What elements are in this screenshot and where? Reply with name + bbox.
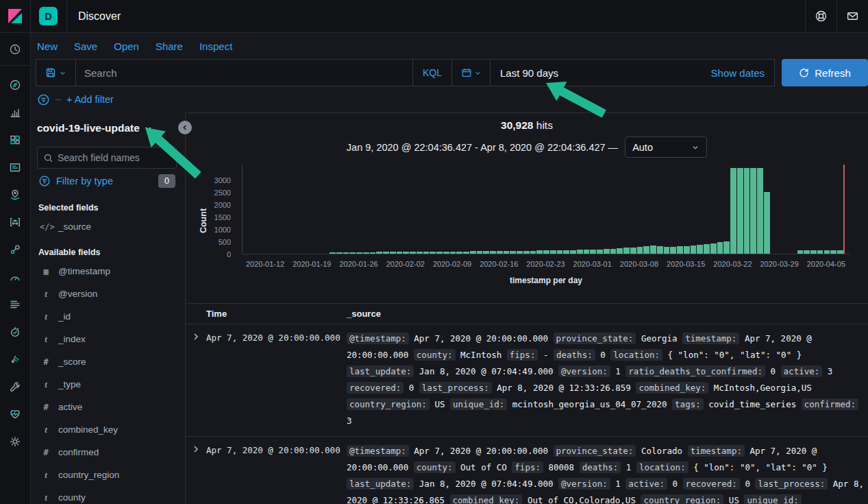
histogram-bar[interactable] (764, 192, 770, 254)
histogram-bar[interactable] (504, 251, 510, 254)
filter-options-button[interactable] (37, 93, 50, 106)
rail-item-stack-monitoring[interactable] (0, 400, 31, 428)
histogram-bar[interactable] (510, 251, 516, 254)
histogram-bar[interactable] (456, 252, 462, 254)
histogram-bar[interactable] (710, 243, 717, 254)
help-button[interactable] (805, 0, 836, 33)
rail-item-graph[interactable] (0, 236, 31, 263)
histogram-bar[interactable] (650, 245, 656, 254)
histogram-bar[interactable] (817, 250, 823, 254)
interval-select[interactable]: Auto (625, 136, 707, 158)
field-item-county[interactable]: tcounty (37, 486, 177, 504)
field-item-confirmed[interactable]: #confirmed (37, 441, 177, 464)
histogram-bar[interactable] (536, 250, 543, 254)
rail-item-canvas[interactable] (0, 154, 31, 181)
rail-item-uptime[interactable] (0, 318, 31, 346)
menu-item-share[interactable]: Share (156, 40, 183, 52)
histogram-bar[interactable] (497, 251, 503, 254)
histogram-bar[interactable] (563, 250, 569, 254)
histogram-bar[interactable] (370, 252, 376, 254)
histogram-bar[interactable] (630, 248, 636, 254)
field-item-_index[interactable]: t_index (37, 328, 177, 350)
histogram-bar[interactable] (664, 247, 670, 254)
histogram-bar[interactable] (670, 247, 676, 254)
histogram-bar[interactable] (704, 244, 710, 254)
field-item-@version[interactable]: t@version (37, 283, 177, 305)
histogram-bar[interactable] (590, 250, 596, 254)
histogram-bar[interactable] (617, 248, 623, 254)
histogram-bar[interactable] (517, 251, 523, 254)
rail-item-apm[interactable] (0, 346, 31, 373)
histogram-bar[interactable] (637, 247, 643, 254)
histogram-bar[interactable] (343, 252, 349, 254)
quick-select-menu-button[interactable] (452, 60, 491, 86)
histogram-bar[interactable] (423, 252, 430, 254)
histogram-bar[interactable] (837, 250, 843, 254)
histogram-bar[interactable] (403, 252, 409, 254)
kql-toggle[interactable]: KQL (412, 60, 451, 86)
histogram-bar[interactable] (557, 250, 563, 254)
histogram-bar[interactable] (623, 248, 630, 254)
field-item-@timestamp[interactable]: ▦@timestamp (37, 260, 177, 283)
histogram-bar[interactable] (697, 245, 703, 254)
kibana-logo[interactable] (0, 0, 31, 33)
rail-item-dev-tools[interactable] (0, 373, 31, 400)
histogram-bar[interactable] (550, 250, 556, 254)
rail-item-logs[interactable] (0, 291, 31, 318)
histogram-bar[interactable] (383, 252, 389, 254)
histogram-bar[interactable] (397, 252, 403, 254)
rail-item-recently-viewed[interactable] (0, 33, 31, 66)
histogram-bar[interactable] (349, 252, 356, 254)
histogram-bar[interactable] (717, 242, 723, 254)
index-pattern-selector[interactable]: covid-19-live-update (37, 122, 140, 134)
field-item-_id[interactable]: t_id (37, 305, 177, 328)
field-item-_source[interactable]: </>_source (37, 215, 177, 238)
histogram-bar[interactable] (410, 252, 416, 254)
filter-by-type-button[interactable]: Filter by type (56, 176, 113, 187)
histogram-bar[interactable] (376, 252, 382, 254)
histogram-bar[interactable] (830, 250, 836, 254)
histogram-bar[interactable] (604, 249, 610, 254)
histogram-bar[interactable] (744, 168, 750, 254)
histogram-bar[interactable] (463, 252, 469, 254)
histogram-bar[interactable] (543, 250, 549, 254)
rail-item-maps[interactable] (0, 181, 31, 208)
histogram-bar[interactable] (584, 250, 590, 254)
histogram-bar[interactable] (597, 250, 603, 254)
rail-item-dashboard[interactable] (0, 126, 31, 154)
menu-item-save[interactable]: Save (74, 40, 97, 52)
chevron-down-icon[interactable] (144, 124, 153, 133)
histogram-bar[interactable] (477, 251, 483, 254)
histogram-bar[interactable] (643, 246, 649, 254)
show-dates-button[interactable]: Show dates (711, 67, 774, 79)
rail-item-discover[interactable] (0, 71, 31, 99)
histogram-bar[interactable] (523, 251, 530, 254)
histogram-bar[interactable] (470, 251, 476, 254)
histogram-bar[interactable] (610, 249, 617, 254)
histogram-bar[interactable] (430, 252, 436, 254)
histogram-bar[interactable] (443, 252, 449, 254)
menu-item-new[interactable]: New (37, 40, 58, 52)
histogram-bar[interactable] (824, 250, 830, 254)
histogram-bar[interactable] (797, 250, 804, 254)
field-item-_score[interactable]: #_score (37, 350, 177, 373)
histogram-bar[interactable] (677, 246, 683, 254)
doc-expand-toggle[interactable] (186, 331, 206, 429)
histogram-bar[interactable] (810, 250, 817, 254)
histogram-bar[interactable] (804, 250, 810, 254)
menu-item-open[interactable]: Open (114, 40, 139, 52)
collapse-sidebar-button[interactable] (178, 121, 192, 134)
histogram-bar[interactable] (390, 252, 396, 254)
histogram-bar[interactable] (570, 250, 576, 254)
histogram-bar[interactable] (657, 246, 663, 254)
field-item-country_region[interactable]: tcountry_region (37, 464, 177, 486)
menu-item-inspect[interactable]: Inspect (199, 40, 232, 52)
histogram-bar[interactable] (490, 251, 496, 254)
field-item-combined_key[interactable]: tcombined_key (37, 418, 177, 441)
histogram-bar[interactable] (684, 246, 690, 254)
histogram-bar[interactable] (450, 252, 456, 254)
histogram-bar[interactable] (730, 168, 736, 254)
histogram-bar[interactable] (363, 252, 369, 254)
histogram-bar[interactable] (417, 252, 423, 254)
histogram-bar[interactable] (530, 251, 536, 254)
